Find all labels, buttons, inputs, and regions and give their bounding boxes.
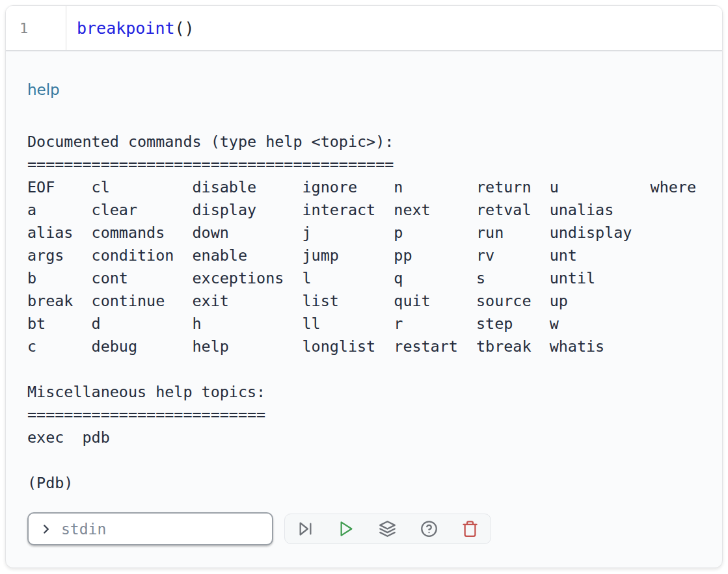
play-icon bbox=[338, 520, 355, 538]
line-number: 1 bbox=[20, 20, 28, 36]
stdin-input[interactable] bbox=[60, 520, 264, 538]
run-button[interactable] bbox=[334, 516, 360, 542]
step-over-button[interactable] bbox=[293, 516, 319, 542]
trash-icon bbox=[461, 520, 479, 538]
console-area: help Documented commands (type help <top… bbox=[6, 51, 722, 568]
echoed-command: help bbox=[27, 81, 709, 98]
editor-gutter: 1 bbox=[6, 6, 66, 50]
stdin-input-box[interactable] bbox=[27, 512, 273, 545]
clear-button[interactable] bbox=[457, 516, 483, 542]
chevron-right-icon bbox=[39, 522, 53, 536]
code-line: breakpoint() bbox=[66, 6, 195, 50]
snippets-button[interactable] bbox=[375, 516, 401, 542]
python-debugger-panel: 1 breakpoint() help Documented commands … bbox=[5, 5, 723, 568]
pdb-help-output: Documented commands (type help <topic>):… bbox=[27, 131, 709, 495]
skip-forward-icon bbox=[297, 520, 314, 538]
code-token-builtin: breakpoint bbox=[77, 19, 175, 38]
debug-toolbar bbox=[284, 514, 491, 544]
help-circle-icon bbox=[420, 520, 438, 538]
code-token-parens: () bbox=[175, 19, 195, 38]
layers-icon bbox=[379, 520, 396, 538]
input-row bbox=[27, 512, 709, 545]
code-editor[interactable]: 1 breakpoint() bbox=[6, 6, 722, 51]
help-button[interactable] bbox=[416, 516, 442, 542]
